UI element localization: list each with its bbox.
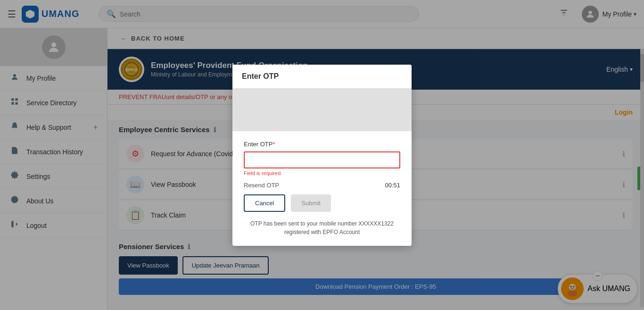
otp-input[interactable]: [244, 151, 400, 168]
submit-button[interactable]: Submit: [291, 194, 330, 212]
modal-buttons: Cancel Submit: [244, 194, 400, 212]
modal-body: Enter OTP* Field is required. Resend OTP…: [232, 131, 412, 246]
modal-overlay: Enter OTP Enter OTP* Field is required. …: [0, 0, 644, 310]
field-required-msg: Field is required.: [244, 170, 400, 176]
resend-otp-link[interactable]: Resend OTP: [244, 182, 279, 189]
modal-header: Enter OTP: [232, 65, 412, 89]
otp-label-text: Enter OTP: [244, 141, 272, 148]
modal-gray-area: [232, 89, 412, 131]
otp-info-text: OTP has been sent to your mobile number …: [244, 219, 400, 236]
modal-title: Enter OTP: [242, 72, 279, 80]
cancel-button[interactable]: Cancel: [244, 194, 285, 212]
enter-otp-modal: Enter OTP Enter OTP* Field is required. …: [232, 65, 412, 246]
otp-timer: 00:51: [385, 182, 400, 189]
resend-row: Resend OTP 00:51: [244, 182, 400, 189]
required-marker: *: [272, 141, 275, 148]
otp-label: Enter OTP*: [244, 141, 400, 148]
